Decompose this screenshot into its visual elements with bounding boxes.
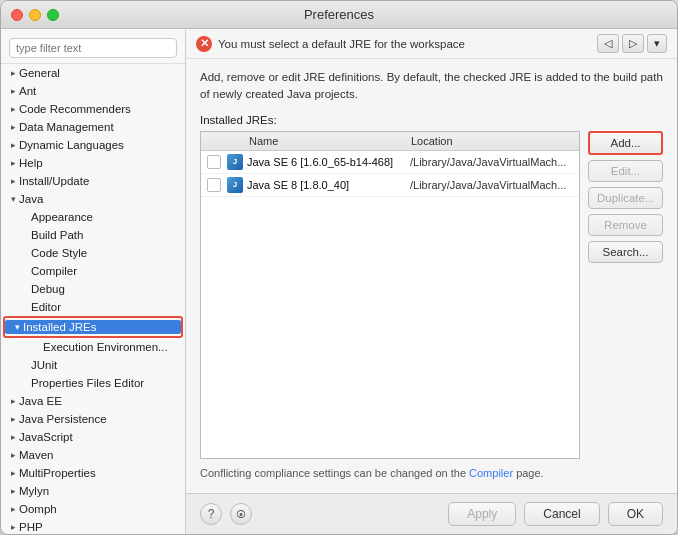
col-location-header: Location xyxy=(411,135,573,147)
sidebar-item-editor[interactable]: Editor xyxy=(13,298,185,316)
jre-location-6: /Library/Java/JavaVirtualMach... xyxy=(410,156,573,168)
sidebar-item-mylyn[interactable]: Mylyn xyxy=(1,482,185,500)
footer-note: Conflicting compliance settings can be c… xyxy=(200,459,663,483)
expand-icon-ant xyxy=(7,85,19,97)
sidebar-item-general[interactable]: General xyxy=(1,64,185,82)
bottom-right-buttons: Apply Cancel OK xyxy=(448,502,663,526)
ok-button[interactable]: OK xyxy=(608,502,663,526)
jre-location-8: /Library/Java/JavaVirtualMach... xyxy=(410,179,573,191)
bottom-left-icons: ? ⦿ xyxy=(200,503,252,525)
add-button[interactable]: Add... xyxy=(588,131,663,155)
sidebar-item-dynamic-languages[interactable]: Dynamic Languages xyxy=(1,136,185,154)
title-bar: Preferences xyxy=(1,1,677,29)
expand-icon-installed-jres xyxy=(11,321,23,333)
expand-icon-multiproperties xyxy=(7,467,19,479)
expand-icon-code-recommenders xyxy=(7,103,19,115)
table-row[interactable]: J Java SE 6 [1.6.0_65-b14-468] /Library/… xyxy=(201,151,579,174)
forward-button[interactable]: ▷ xyxy=(622,34,644,53)
jre-table-body: J Java SE 6 [1.6.0_65-b14-468] /Library/… xyxy=(201,151,579,459)
sidebar-item-execution-environments[interactable]: Execution Environmen... xyxy=(25,338,185,356)
expand-icon-dynamic-languages xyxy=(7,139,19,151)
help-icon: ? xyxy=(208,507,215,521)
jre-icon-6: J xyxy=(227,154,243,170)
expand-icon-javascript xyxy=(7,431,19,443)
expand-icon-java xyxy=(7,193,19,205)
expand-icon-maven xyxy=(7,449,19,461)
jre-action-buttons: Add... Edit... Duplicate... Remove Searc… xyxy=(588,131,663,460)
col-name-header: Name xyxy=(249,135,411,147)
dropdown-button[interactable]: ▾ xyxy=(647,34,667,53)
edit-button[interactable]: Edit... xyxy=(588,160,663,182)
minimize-button[interactable] xyxy=(29,9,41,21)
sidebar-item-debug[interactable]: Debug xyxy=(13,280,185,298)
expand-icon-java-ee xyxy=(7,395,19,407)
expand-icon-java-persistence xyxy=(7,413,19,425)
sidebar-item-java[interactable]: Java xyxy=(1,190,185,208)
back-button[interactable]: ◁ xyxy=(597,34,619,53)
sidebar-item-java-persistence[interactable]: Java Persistence xyxy=(1,410,185,428)
footer-post-text: page. xyxy=(513,467,544,479)
compiler-link[interactable]: Compiler xyxy=(469,467,513,479)
sidebar-item-compiler[interactable]: Compiler xyxy=(13,262,185,280)
sidebar: General Ant Code Recommenders xyxy=(1,29,186,534)
col-icon-spacer xyxy=(229,135,249,147)
warning-message: You must select a default JRE for the wo… xyxy=(218,38,591,50)
sidebar-item-help[interactable]: Help xyxy=(1,154,185,172)
remove-button[interactable]: Remove xyxy=(588,214,663,236)
footer-pre-text: Conflicting compliance settings can be c… xyxy=(200,467,469,479)
sidebar-item-maven[interactable]: Maven xyxy=(1,446,185,464)
expand-icon-help xyxy=(7,157,19,169)
close-button[interactable] xyxy=(11,9,23,21)
jre-icon-8: J xyxy=(227,177,243,193)
expand-icon-install-update xyxy=(7,175,19,187)
col-check xyxy=(207,135,229,147)
sidebar-item-ant[interactable]: Ant xyxy=(1,82,185,100)
linked-preferences-button[interactable]: ⦿ xyxy=(230,503,252,525)
cancel-button[interactable]: Cancel xyxy=(524,502,599,526)
sidebar-item-data-management[interactable]: Data Management xyxy=(1,118,185,136)
help-button[interactable]: ? xyxy=(200,503,222,525)
main-panel: ✕ You must select a default JRE for the … xyxy=(186,29,677,534)
description-text: Add, remove or edit JRE definitions. By … xyxy=(200,69,663,104)
sidebar-item-installed-jres[interactable]: Installed JREs xyxy=(3,316,183,338)
sidebar-item-php[interactable]: PHP xyxy=(1,518,185,534)
content-area: Add, remove or edit JRE definitions. By … xyxy=(186,59,677,493)
duplicate-button[interactable]: Duplicate... xyxy=(588,187,663,209)
expand-icon-data-management xyxy=(7,121,19,133)
sidebar-item-code-style[interactable]: Code Style xyxy=(13,244,185,262)
sidebar-item-oomph[interactable]: Oomph xyxy=(1,500,185,518)
linked-icon: ⦿ xyxy=(236,509,246,520)
sidebar-item-code-recommenders[interactable]: Code Recommenders xyxy=(1,100,185,118)
sidebar-item-junit[interactable]: JUnit xyxy=(13,356,185,374)
installed-jres-label: Installed JREs: xyxy=(200,114,663,126)
sidebar-item-build-path[interactable]: Build Path xyxy=(13,226,185,244)
sidebar-search-area xyxy=(1,33,185,64)
warning-icon: ✕ xyxy=(196,36,212,52)
sidebar-item-appearance[interactable]: Appearance xyxy=(13,208,185,226)
sidebar-item-multiproperties[interactable]: MultiProperties xyxy=(1,464,185,482)
window-title: Preferences xyxy=(304,7,374,22)
preferences-window: Preferences General Ant xyxy=(0,0,678,535)
jre-name-6: Java SE 6 [1.6.0_65-b14-468] xyxy=(247,156,410,168)
table-row[interactable]: J Java SE 8 [1.8.0_40] /Library/Java/Jav… xyxy=(201,174,579,197)
jre-panel: Name Location J Java SE 6 [1.6.0_65-b14-… xyxy=(200,131,663,460)
filter-input[interactable] xyxy=(9,38,177,58)
expand-icon-oomph xyxy=(7,503,19,515)
sidebar-item-properties-files-editor[interactable]: Properties Files Editor xyxy=(13,374,185,392)
apply-button[interactable]: Apply xyxy=(448,502,516,526)
jre-checkbox-6[interactable] xyxy=(207,155,221,169)
expand-icon-php xyxy=(7,521,19,533)
jre-name-8: Java SE 8 [1.8.0_40] xyxy=(247,179,410,191)
jre-table: Name Location J Java SE 6 [1.6.0_65-b14-… xyxy=(200,131,580,460)
toolbar-right: ◁ ▷ ▾ xyxy=(597,34,667,53)
warning-bar: ✕ You must select a default JRE for the … xyxy=(186,29,677,59)
sidebar-item-java-ee[interactable]: Java EE xyxy=(1,392,185,410)
sidebar-item-install-update[interactable]: Install/Update xyxy=(1,172,185,190)
search-button[interactable]: Search... xyxy=(588,241,663,263)
traffic-lights xyxy=(11,9,59,21)
main-content-area: General Ant Code Recommenders xyxy=(1,29,677,534)
jre-checkbox-8[interactable] xyxy=(207,178,221,192)
bottom-bar: ? ⦿ Apply Cancel OK xyxy=(186,493,677,534)
maximize-button[interactable] xyxy=(47,9,59,21)
sidebar-item-javascript[interactable]: JavaScript xyxy=(1,428,185,446)
